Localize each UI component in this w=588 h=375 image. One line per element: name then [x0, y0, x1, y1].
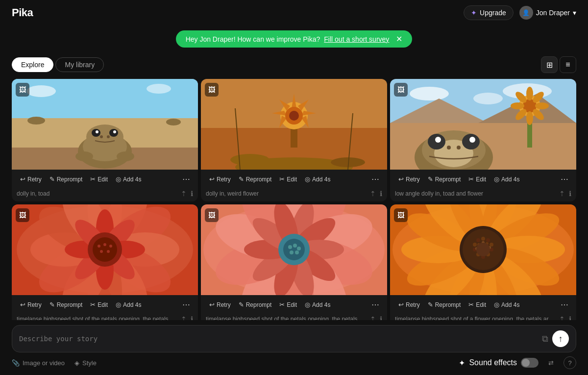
svg-point-16	[100, 135, 103, 138]
nav: Explore My library ⊞ ≡	[0, 52, 588, 77]
card-2-info-button[interactable]: ℹ	[380, 190, 382, 198]
card-3-add4s-button[interactable]: ◎ Add 4s	[490, 174, 523, 185]
svg-point-120	[295, 250, 299, 254]
card-4-media-icon: 🖼	[16, 208, 29, 222]
explore-tab[interactable]: Explore	[12, 57, 53, 72]
card-4-add4s-button[interactable]: ◎ Add 4s	[112, 299, 145, 310]
submit-button[interactable]: ↑	[552, 330, 569, 347]
settings-button[interactable]: ⇄	[548, 359, 554, 367]
edit-icon: ✂	[279, 301, 285, 308]
card-6-add4s-button[interactable]: ◎ Add 4s	[490, 299, 523, 310]
card-1-edit-button[interactable]: ✂ Edit	[87, 174, 111, 185]
svg-point-116	[288, 245, 292, 249]
upgrade-button[interactable]: ✦ Upgrade	[464, 5, 514, 20]
settings-icon: ⇄	[548, 359, 554, 367]
banner-inner: Hey Jon Draper! How can we improve Pika?…	[176, 30, 413, 48]
card-2-add4s-button[interactable]: ◎ Add 4s	[301, 174, 334, 185]
my-library-tab[interactable]: My library	[55, 57, 104, 72]
reprompt-label: Reprompt	[435, 176, 461, 183]
image-video-button[interactable]: 📎 Image or video	[12, 359, 65, 367]
svg-point-14	[75, 151, 93, 161]
style-button[interactable]: ◈ Style	[74, 359, 97, 367]
svg-point-6	[166, 119, 181, 125]
card-3-info-button[interactable]: ℹ	[569, 190, 571, 198]
card-2-reprompt-button[interactable]: ✎ Reprompt	[235, 174, 275, 185]
copy-button[interactable]: ⧉	[542, 334, 548, 344]
close-icon[interactable]: ✕	[396, 34, 402, 44]
reprompt-label: Reprompt	[246, 176, 272, 183]
add4s-icon: ◎	[305, 301, 310, 308]
card-1-add4s-button[interactable]: ◎ Add 4s	[112, 174, 145, 185]
svg-point-149	[473, 243, 477, 247]
svg-point-143	[490, 243, 493, 247]
card-4-edit-button[interactable]: ✂ Edit	[87, 299, 111, 310]
svg-point-141	[481, 237, 485, 241]
list-view-button[interactable]: ≡	[560, 56, 576, 73]
retry-icon: ↩	[20, 301, 25, 308]
card-2-retry-button[interactable]: ↩ Retry	[206, 174, 234, 185]
card-4-actions: ↩ Retry ✎ Reprompt ✂ Edit ◎ Add 4s ⋯	[12, 295, 198, 314]
card-4-more-button[interactable]: ⋯	[179, 298, 193, 311]
card-5-reprompt-button[interactable]: ✎ Reprompt	[235, 299, 275, 310]
card-5-actions: ↩ Retry ✎ Reprompt ✂ Edit ◎ Add 4s ⋯	[201, 295, 387, 314]
card-3-caption-icons: ⇡ ℹ	[559, 190, 571, 198]
card-3-share-button[interactable]: ⇡	[559, 190, 565, 198]
card-5-add4s-button[interactable]: ◎ Add 4s	[301, 299, 334, 310]
card-3-retry-button[interactable]: ↩ Retry	[395, 174, 423, 185]
upgrade-label: Upgrade	[480, 9, 506, 17]
card-6-edit-button[interactable]: ✂ Edit	[465, 299, 490, 310]
avatar-initials: 👤	[522, 9, 530, 16]
user-menu-button[interactable]: 👤 Jon Draper ▾	[519, 6, 576, 20]
grid-view-button[interactable]: ⊞	[541, 56, 558, 73]
reprompt-icon: ✎	[239, 175, 244, 183]
edit-icon: ✂	[279, 175, 285, 183]
card-1-caption: dolly in, toad ⇡ ℹ	[12, 189, 198, 201]
card-2-edit-button[interactable]: ✂ Edit	[276, 174, 300, 185]
prompt-input[interactable]	[19, 335, 537, 343]
reprompt-label: Reprompt	[246, 301, 272, 308]
card-1-retry-button[interactable]: ↩ Retry	[17, 174, 45, 185]
svg-point-86	[93, 237, 117, 262]
card-4-reprompt-button[interactable]: ✎ Reprompt	[46, 299, 86, 310]
card-3-more-button[interactable]: ⋯	[558, 173, 571, 186]
bottom-tools: 📎 Image or video ◈ Style ✦ Sound effects…	[12, 356, 576, 369]
card-4-retry-button[interactable]: ↩ Retry	[17, 299, 45, 310]
chevron-down-icon: ▾	[573, 9, 576, 17]
retry-label: Retry	[406, 301, 420, 308]
card-6-retry-button[interactable]: ↩ Retry	[395, 299, 423, 310]
sound-effects-section: ✦ Sound effects	[459, 358, 539, 368]
card-3-reprompt-button[interactable]: ✎ Reprompt	[424, 174, 465, 185]
view-toggle: ⊞ ≡	[541, 56, 576, 73]
retry-icon: ↩	[209, 175, 215, 183]
svg-point-48	[535, 102, 549, 109]
card-1-reprompt-button[interactable]: ✎ Reprompt	[46, 174, 86, 185]
svg-point-17	[107, 135, 110, 138]
card-5-retry-button[interactable]: ↩ Retry	[206, 299, 234, 310]
logo: Pika	[12, 6, 33, 19]
survey-link[interactable]: Fill out a short survey	[324, 35, 389, 43]
svg-point-52	[511, 102, 524, 109]
svg-point-115	[283, 239, 305, 260]
help-button[interactable]: ?	[564, 356, 576, 369]
card-1-info-button[interactable]: ℹ	[191, 190, 193, 198]
card-6-more-button[interactable]: ⋯	[558, 298, 571, 311]
card-2-share-button[interactable]: ⇡	[370, 190, 376, 198]
submit-icon: ↑	[559, 334, 563, 344]
card-5: 🖼 ↩ Retry ✎ Reprompt ✂ Edit ◎ Add 4s ⋯ t…	[201, 204, 387, 327]
card-1-share-button[interactable]: ⇡	[181, 190, 187, 198]
card-6-reprompt-button[interactable]: ✎ Reprompt	[424, 299, 465, 310]
card-1-more-button[interactable]: ⋯	[179, 173, 193, 186]
toggle-knob	[522, 359, 530, 367]
user-name: Jon Draper	[536, 9, 570, 17]
svg-point-46	[526, 87, 533, 100]
card-5-edit-button[interactable]: ✂ Edit	[276, 299, 300, 310]
card-2-more-button[interactable]: ⋯	[368, 173, 382, 186]
sound-effects-label: Sound effects	[469, 358, 517, 367]
add4s-icon: ◎	[494, 301, 499, 308]
card-5-more-button[interactable]: ⋯	[368, 298, 382, 311]
sound-toggle[interactable]	[521, 358, 539, 368]
card-1-media-icon: 🖼	[16, 83, 29, 97]
star-icon: ✦	[471, 9, 477, 17]
card-1: 🖼 ↩ Retry ✎ Reprompt ✂ Edit ◎ Add 4s ⋯ d…	[12, 79, 198, 201]
card-3-edit-button[interactable]: ✂ Edit	[465, 174, 490, 185]
